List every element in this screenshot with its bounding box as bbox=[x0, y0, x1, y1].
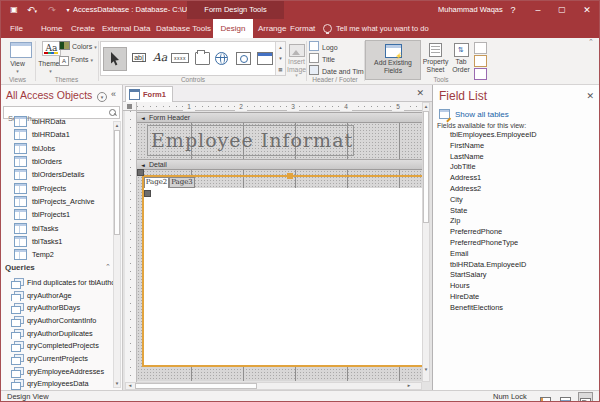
close-field-list-icon[interactable]: ✕ bbox=[586, 91, 594, 101]
move-handle[interactable] bbox=[137, 169, 144, 176]
scroll-down-icon[interactable]: ▼ bbox=[114, 380, 120, 387]
selection-handle[interactable] bbox=[287, 173, 293, 179]
help-button[interactable]: ? bbox=[504, 1, 522, 19]
nav-menu-icon[interactable]: ▾ bbox=[97, 92, 107, 102]
scrollbar-thumb[interactable] bbox=[423, 111, 429, 223]
chevron-up-icon[interactable]: ⌃ bbox=[105, 263, 111, 271]
tab-file[interactable]: File bbox=[10, 19, 23, 38]
tab-external-data[interactable]: External Data bbox=[102, 19, 150, 38]
view-button[interactable]: View bbox=[1, 60, 34, 68]
scroll-left-icon[interactable]: ◄ bbox=[126, 383, 134, 389]
colors-button[interactable]: Colors ▾ bbox=[59, 41, 97, 52]
tab-page2[interactable]: Page2 bbox=[144, 177, 169, 188]
tab-home[interactable]: Home bbox=[41, 19, 62, 38]
nav-item-query[interactable]: qryAuthorBDays bbox=[1, 301, 113, 314]
close-document-icon[interactable]: ✕ bbox=[416, 87, 424, 100]
form-title-label[interactable]: Employee Information bbox=[147, 125, 354, 156]
tab-arrange[interactable]: Arrange bbox=[258, 19, 286, 38]
property-sheet-button[interactable]: Property Sheet bbox=[422, 40, 449, 73]
field-item[interactable]: Zip bbox=[450, 216, 537, 227]
field-item[interactable]: City bbox=[450, 195, 537, 206]
nav-item-table[interactable]: Temp2 bbox=[1, 248, 113, 261]
design-view-button[interactable] bbox=[578, 392, 593, 402]
tab-database-tools[interactable]: Database Tools bbox=[156, 19, 211, 38]
tab-order-button[interactable]: ⇅ Tab Order bbox=[449, 40, 473, 73]
nav-item-table[interactable]: tblHRData1 bbox=[1, 128, 113, 141]
scroll-right-icon[interactable]: ► bbox=[405, 383, 413, 389]
field-item[interactable]: FirstName bbox=[450, 141, 537, 152]
account-user-name[interactable]: Muhammad Waqas bbox=[438, 1, 503, 19]
tab-create[interactable]: Create bbox=[71, 19, 95, 38]
gallery-scrollbar[interactable]: ▲▼▦ bbox=[275, 42, 285, 75]
detail-grid[interactable]: Page2 Page3 bbox=[137, 170, 422, 381]
field-item[interactable]: State bbox=[450, 206, 537, 217]
tell-me-box[interactable]: Tell me what you want to do bbox=[336, 19, 429, 38]
logo-button[interactable]: Logo bbox=[309, 41, 338, 53]
insert-image-button[interactable]: Insert Image ▾ bbox=[287, 40, 306, 77]
shutter-close-icon[interactable]: « bbox=[111, 89, 116, 99]
nav-item-query[interactable]: qryAuthorContantInfo bbox=[1, 314, 113, 327]
scrollbar-thumb[interactable] bbox=[135, 383, 257, 389]
title-button[interactable]: Title bbox=[309, 53, 335, 65]
datasheet-view-button[interactable] bbox=[558, 392, 573, 402]
nav-item-query[interactable]: qryEmployeesData bbox=[1, 378, 113, 391]
nav-scrollbar[interactable]: ▲ ▼ bbox=[113, 121, 121, 388]
show-all-tables-link[interactable]: Show all tables bbox=[439, 109, 509, 119]
tab-format[interactable]: Format bbox=[290, 19, 315, 38]
nav-item-table[interactable]: tblOrders bbox=[1, 155, 113, 168]
field-item[interactable]: Address2 bbox=[450, 184, 537, 195]
minimize-button[interactable]: – bbox=[528, 1, 548, 19]
form-header-section-bar[interactable]: ◄Form Header bbox=[137, 112, 422, 123]
tab-page3[interactable]: Page3 bbox=[169, 177, 195, 188]
field-item[interactable]: StartSalary bbox=[450, 270, 537, 281]
nav-item-table[interactable]: tblHRData bbox=[1, 115, 113, 128]
document-tab-form1[interactable]: Form1 bbox=[125, 86, 173, 102]
web-browser-control-icon[interactable] bbox=[234, 47, 252, 69]
select-cursor-icon[interactable] bbox=[103, 47, 127, 71]
save-icon[interactable]: ▣ bbox=[7, 3, 21, 17]
nav-item-query[interactable]: Find duplicates for tblAuthors bbox=[1, 276, 113, 289]
nav-item-table[interactable]: tblProjects_Archive bbox=[1, 195, 113, 208]
nav-item-query[interactable]: qryCurrentProjects bbox=[1, 352, 113, 365]
field-item[interactable]: Email bbox=[450, 249, 537, 260]
nav-item-table[interactable]: tblProjects1 bbox=[1, 208, 113, 221]
navigation-control-icon[interactable] bbox=[255, 47, 274, 69]
hyperlink-icon[interactable] bbox=[213, 47, 230, 69]
field-item[interactable]: tblHRData.EmployeeID bbox=[450, 260, 537, 271]
nav-item-table[interactable]: tblTasks1 bbox=[1, 235, 113, 248]
nav-item-table[interactable]: tblProjects bbox=[1, 181, 113, 194]
scrollbar-thumb[interactable] bbox=[114, 130, 120, 235]
close-button[interactable]: ✕ bbox=[576, 1, 598, 19]
nav-pane-title[interactable]: All Access Objects bbox=[6, 89, 92, 101]
nav-item-query[interactable]: qryEmployeeAddresses bbox=[1, 365, 113, 378]
nav-group-queries[interactable]: Queries bbox=[5, 263, 35, 272]
field-item[interactable]: JobTitle bbox=[450, 162, 537, 173]
collapse-ribbon-icon[interactable]: ⌃ bbox=[585, 37, 597, 46]
field-item[interactable]: HireDate bbox=[450, 292, 537, 303]
detail-section-bar[interactable]: ◄Detail bbox=[137, 159, 422, 170]
nav-item-query[interactable]: qryCompletedProjects bbox=[1, 339, 113, 352]
nav-item-table[interactable]: tblTasks bbox=[1, 221, 113, 234]
textbox-control-icon[interactable]: ab| bbox=[129, 47, 149, 69]
maximize-button[interactable]: ▢ bbox=[552, 1, 572, 19]
field-item[interactable]: Hours bbox=[450, 281, 537, 292]
subform-new-window-icon[interactable] bbox=[474, 42, 487, 54]
undo-icon[interactable]: ↶▾ bbox=[25, 3, 39, 18]
field-item[interactable]: Address1 bbox=[450, 173, 537, 184]
vertical-ruler[interactable] bbox=[125, 111, 137, 383]
move-handle[interactable] bbox=[144, 190, 151, 197]
view-code-icon[interactable] bbox=[474, 55, 487, 67]
fonts-button[interactable]: A Fonts ▾ bbox=[59, 54, 93, 66]
field-item[interactable]: tblEmployees.EmployeeID bbox=[450, 130, 537, 141]
form-view-button[interactable] bbox=[538, 392, 553, 402]
add-existing-fields-button[interactable]: Add Existing Fields bbox=[365, 40, 421, 80]
label-control-icon[interactable]: Aa bbox=[151, 47, 169, 69]
form-header-grid[interactable]: Employee Information bbox=[137, 123, 422, 159]
button-control-icon[interactable]: xxxx bbox=[169, 47, 191, 69]
tab-control-icon[interactable] bbox=[193, 47, 210, 69]
field-item[interactable]: BenefitElections bbox=[450, 303, 537, 314]
nav-item-table[interactable]: tblOrdersDetails bbox=[1, 168, 113, 181]
scroll-down-icon[interactable]: ▼ bbox=[423, 366, 429, 373]
scroll-up-icon[interactable]: ▲ bbox=[114, 122, 120, 129]
ruler-corner[interactable] bbox=[123, 102, 137, 111]
